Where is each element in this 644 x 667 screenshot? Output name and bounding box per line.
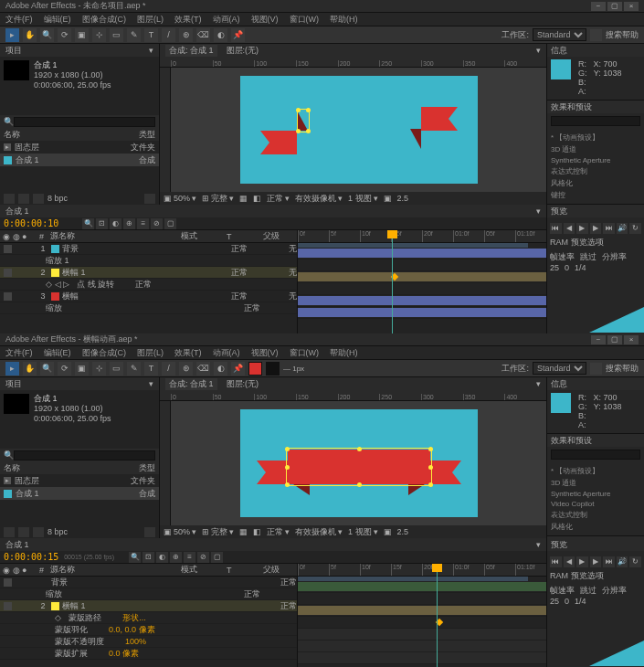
grid-icon[interactable]: ▦ <box>239 194 248 203</box>
project-tab[interactable]: 项目▾ <box>0 44 159 57</box>
selection-box[interactable] <box>286 448 432 486</box>
max-button[interactable]: ▢ <box>607 2 622 11</box>
fx-search-input[interactable] <box>551 450 640 460</box>
view-dropdown[interactable]: 1 视图 ▾ <box>348 193 378 205</box>
rotate-tool-icon[interactable]: ⟳ <box>58 28 71 42</box>
comp-tab[interactable]: 合成: 合成 1 <box>165 378 217 390</box>
3d-icon[interactable]: ▣ <box>384 194 392 203</box>
brush-tool-icon[interactable]: / <box>162 28 175 42</box>
eraser-tool-icon[interactable]: ⌫ <box>196 362 210 376</box>
viewport[interactable] <box>160 68 546 192</box>
timecode[interactable]: 0:00:00:15 <box>4 552 58 562</box>
timeline-tracks[interactable]: 0f5f10f15f20f01:0f05f01:10f <box>298 564 546 667</box>
time-ruler[interactable]: 0f5f10f15f20f01:0f05f01:10f <box>298 564 546 577</box>
tl-tool[interactable]: ⊕ <box>123 218 135 229</box>
tl-tool[interactable]: ⊘ <box>151 218 163 229</box>
timeline-tracks[interactable]: 0f5f10f15f20f01:0f05f01:10f <box>298 230 546 334</box>
menu-view[interactable]: 视图(V) <box>251 14 279 26</box>
camera-dropdown[interactable]: 有效摄像机 ▾ <box>295 526 343 538</box>
interpret-icon[interactable] <box>4 194 15 204</box>
preview-mode[interactable]: 正常 ▾ <box>267 526 290 538</box>
fx-tab[interactable]: 效果和预设 <box>547 434 644 447</box>
panel-menu-icon[interactable]: ▾ <box>536 540 541 549</box>
last-frame-icon[interactable]: ⏭ <box>603 223 615 234</box>
fx-search-input[interactable] <box>551 116 640 126</box>
max-button[interactable]: ▢ <box>607 335 622 344</box>
new-comp-icon[interactable] <box>33 527 44 537</box>
prev-frame-icon[interactable]: ◀ <box>564 556 575 567</box>
hand-tool-icon[interactable]: ✋ <box>23 362 37 376</box>
bit-depth[interactable]: 8 bpc <box>48 194 68 203</box>
stroke-color[interactable] <box>266 362 280 376</box>
eraser-tool-icon[interactable]: ⌫ <box>196 28 210 42</box>
stroke-width[interactable]: — 1px <box>283 365 304 373</box>
project-tab[interactable]: 项目▾ <box>0 377 159 390</box>
tl-tool[interactable]: ≡ <box>137 218 149 229</box>
menu-edit[interactable]: 编辑(E) <box>44 14 71 26</box>
layer-row[interactable]: 1背景正常无 <box>0 243 297 255</box>
selection-box[interactable] <box>297 109 310 132</box>
playhead[interactable] <box>392 230 393 334</box>
close-button[interactable]: × <box>624 335 639 344</box>
property-row[interactable]: 缩放正常 <box>0 588 297 600</box>
menu-file[interactable]: 文件(F) <box>5 14 33 26</box>
res-val[interactable]: 1/4 <box>575 263 586 272</box>
tl-tool[interactable]: ◐ <box>110 218 121 229</box>
trash-icon[interactable] <box>144 194 155 204</box>
comp-tab[interactable]: 合成: 合成 1 <box>165 45 217 57</box>
timecode[interactable]: 0:00:00:10 <box>4 218 58 228</box>
last-frame-icon[interactable]: ⏭ <box>603 556 615 567</box>
property-row[interactable]: 缩放正常 <box>0 302 297 314</box>
text-tool-icon[interactable]: T <box>144 28 158 42</box>
mask-icon[interactable]: ◧ <box>253 527 261 536</box>
rotate-tool-icon[interactable]: ⟳ <box>58 362 71 376</box>
folder-row[interactable]: ▸固态层文件夹 <box>0 474 159 487</box>
3d-icon[interactable]: ▣ <box>384 527 392 536</box>
property-row[interactable]: 缩放 1 <box>0 255 297 267</box>
exposure[interactable]: 2.5 <box>397 527 409 536</box>
preview-tab[interactable]: 预览 <box>547 538 644 551</box>
roto-tool-icon[interactable]: ◐ <box>214 362 227 376</box>
tl-tool[interactable]: ≡ <box>184 552 195 563</box>
bit-depth[interactable]: 8 bpc <box>48 527 68 536</box>
property-row[interactable]: 蒙版扩展0.0 像素 <box>0 648 297 660</box>
grid-icon[interactable]: ▦ <box>239 527 248 536</box>
menu-anim[interactable]: 动画(A) <box>213 14 240 26</box>
eye-icon[interactable] <box>4 602 12 610</box>
property-row[interactable]: ◇ ◁ ▷ 点 线 旋转正常 <box>0 279 297 291</box>
project-search-input[interactable] <box>14 117 155 127</box>
close-button[interactable]: × <box>624 2 639 11</box>
play-icon[interactable]: ▶ <box>576 223 588 234</box>
comp-row[interactable]: 合成 1合成 <box>0 154 159 166</box>
layer-tab[interactable]: 图层:(无) <box>223 45 263 57</box>
rect-tool-icon[interactable]: ▭ <box>110 362 123 376</box>
time-ruler[interactable]: 0f5f10f15f20f01:0f05f01:10f <box>298 230 546 243</box>
fx-list[interactable]: * 【动画预设】3D 通道Synthetic Aperture表达式控制风格化键… <box>547 129 644 204</box>
menu-help[interactable]: 帮助(H) <box>330 347 358 359</box>
property-row[interactable]: 蒙版羽化0.0, 0.0 像素 <box>0 624 297 636</box>
layer-tab[interactable]: 图层:(无) <box>223 378 263 390</box>
menu-layer[interactable]: 图层(L) <box>137 14 164 26</box>
trash-icon[interactable] <box>144 527 155 537</box>
zoom-tool-icon[interactable]: 🔍 <box>40 28 54 42</box>
new-folder-icon[interactable] <box>18 527 29 537</box>
eye-icon[interactable] <box>4 269 12 277</box>
preview-mode[interactable]: 正常 ▾ <box>267 193 290 205</box>
zoom-tool-icon[interactable]: 🔍 <box>40 362 54 376</box>
audio-icon[interactable]: 🔊 <box>617 556 628 567</box>
menu-comp[interactable]: 图像合成(C) <box>82 347 127 359</box>
menu-comp[interactable]: 图像合成(C) <box>82 14 127 26</box>
comp-row[interactable]: 合成 1合成 <box>0 487 159 500</box>
preview-tab[interactable]: 预览 <box>547 205 644 217</box>
folder-row[interactable]: ▸固态层文件夹 <box>0 141 159 154</box>
tl-tool[interactable]: ⊡ <box>143 552 154 563</box>
workspace-select[interactable]: Standard <box>533 362 586 375</box>
tl-tool[interactable]: ⊘ <box>197 552 209 563</box>
tl-tool[interactable]: ▢ <box>211 552 223 563</box>
menu-effect[interactable]: 效果(T) <box>174 14 202 26</box>
search-icon[interactable]: 🔍 <box>129 552 141 563</box>
search-icon[interactable] <box>590 29 602 41</box>
zoom-dropdown[interactable]: ▣ 50% ▾ <box>164 194 196 203</box>
tl-tool[interactable]: ◐ <box>156 552 168 563</box>
project-search-input[interactable] <box>14 450 155 461</box>
